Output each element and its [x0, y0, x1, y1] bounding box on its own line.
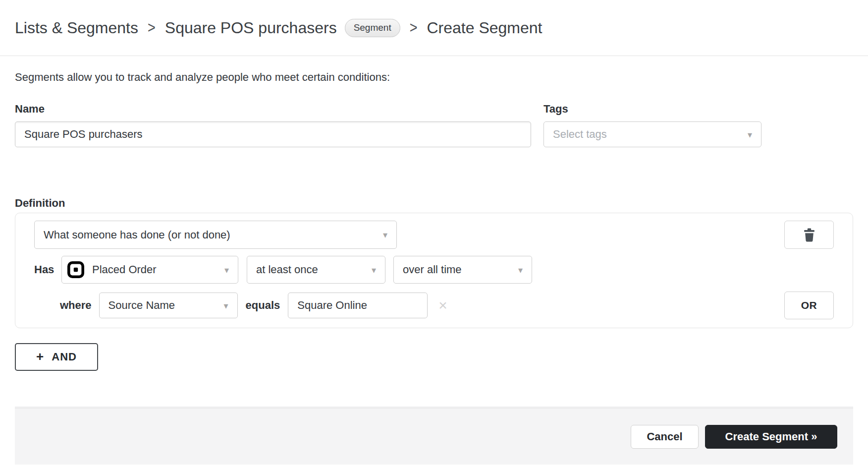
filter-value-input[interactable]: [288, 293, 428, 318]
chevron-down-icon: ▾: [518, 265, 523, 275]
intro-text: Segments allow you to track and analyze …: [15, 71, 853, 84]
condition-type-row: What someone has done (or not done) ▾: [34, 221, 834, 249]
create-segment-page: Lists & Segments > Square POS purchasers…: [0, 0, 868, 465]
timeframe-value: over all time: [403, 263, 462, 276]
square-logo-icon: [67, 261, 84, 278]
tags-select[interactable]: Select tags ▾: [543, 121, 761, 147]
condition-type-value: What someone has done (or not done): [44, 229, 230, 241]
cancel-button[interactable]: Cancel: [631, 425, 699, 449]
close-icon[interactable]: ×: [438, 298, 447, 313]
definition-card: What someone has done (or not done) ▾ Ha…: [15, 213, 853, 328]
chevron-down-icon: ▾: [748, 129, 752, 140]
operator-label: equals: [246, 299, 280, 312]
tags-label: Tags: [543, 103, 761, 116]
plus-icon: +: [36, 350, 44, 363]
chevron-down-icon: ▾: [383, 230, 387, 240]
frequency-value: at least once: [256, 263, 318, 276]
property-value: Source Name: [108, 299, 175, 312]
name-label: Name: [15, 103, 531, 116]
chevron-down-icon: ▾: [224, 300, 228, 311]
or-button[interactable]: OR: [784, 292, 834, 319]
segment-name-input[interactable]: [15, 121, 531, 147]
breadcrumb-lists-segments[interactable]: Lists & Segments: [15, 19, 138, 37]
footer-action-bar: Cancel Create Segment »: [15, 407, 853, 465]
where-label: where: [60, 299, 92, 312]
metric-value: Placed Order: [92, 263, 157, 276]
chevron-down-icon: ▾: [224, 265, 229, 275]
breadcrumb-current-page: Create Segment: [427, 19, 542, 37]
has-label: Has: [34, 263, 61, 276]
tags-placeholder: Select tags: [553, 128, 607, 141]
add-and-condition-button[interactable]: + AND: [15, 343, 98, 371]
definition-label: Definition: [15, 197, 853, 210]
breadcrumb-separator-icon: >: [410, 19, 418, 37]
chevron-down-icon: ▾: [372, 265, 376, 275]
frequency-dropdown[interactable]: at least once ▾: [247, 256, 385, 284]
segment-type-badge: Segment: [345, 19, 400, 37]
metric-dropdown[interactable]: Placed Order ▾: [61, 256, 238, 284]
breadcrumb-segment-name[interactable]: Square POS purchasers: [165, 19, 337, 37]
filter-row: where Source Name ▾ equals × OR: [34, 292, 834, 319]
trash-icon: [803, 228, 815, 242]
timeframe-dropdown[interactable]: over all time ▾: [393, 256, 532, 284]
metric-row: Has Placed Order ▾ at least o: [34, 256, 834, 284]
name-tags-row: Name Tags Select tags ▾: [15, 103, 853, 147]
main-content: Segments allow you to track and analyze …: [0, 71, 868, 371]
name-field-group: Name: [15, 103, 531, 147]
delete-condition-button[interactable]: [784, 221, 834, 249]
tags-field-group: Tags Select tags ▾: [543, 103, 761, 147]
breadcrumb-separator-icon: >: [148, 19, 156, 37]
create-segment-button[interactable]: Create Segment »: [705, 425, 837, 449]
breadcrumb: Lists & Segments > Square POS purchasers…: [0, 0, 868, 56]
condition-type-dropdown[interactable]: What someone has done (or not done) ▾: [34, 221, 397, 249]
property-dropdown[interactable]: Source Name ▾: [99, 293, 238, 318]
and-button-label: AND: [52, 351, 77, 363]
